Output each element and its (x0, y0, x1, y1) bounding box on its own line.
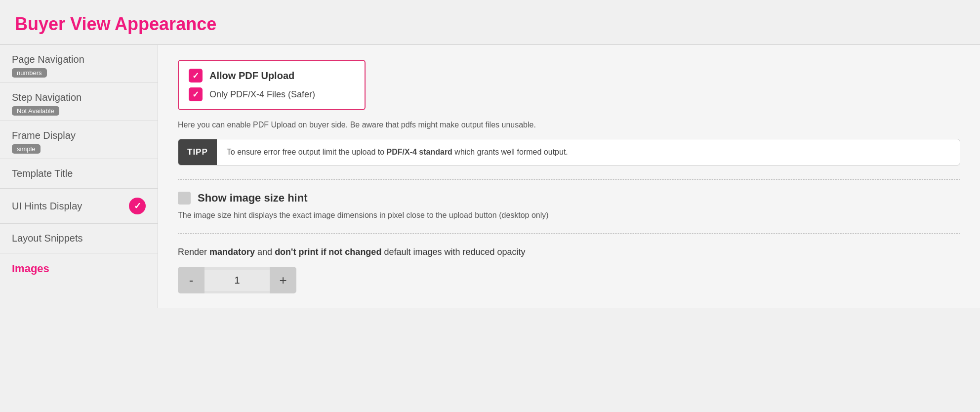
ui-hints-check-icon (129, 198, 146, 214)
stepper-plus-button[interactable]: + (270, 267, 296, 293)
sidebar-label-images: Images (12, 262, 146, 275)
image-size-hint-row: Show image size hint (178, 192, 960, 205)
page-title: Buyer View Appearance (15, 14, 965, 35)
sidebar-label-page-navigation: Page Navigation (12, 54, 146, 65)
sidebar-item-page-navigation[interactable]: Page Navigation numbers (0, 45, 158, 83)
sidebar-label-template-title: Template Title (12, 168, 146, 179)
tipp-text-after: which grants well formed output. (452, 148, 568, 156)
tipp-text-bold: PDF/X-4 standard (387, 148, 452, 156)
image-size-hint-label: Show image size hint (198, 192, 307, 205)
divider-1 (178, 179, 960, 180)
sidebar-badge-not-available: Not Available (12, 106, 59, 116)
render-mandatory-title: Render mandatory and don't print if not … (178, 246, 960, 259)
only-pdfx4-checkbox[interactable] (189, 87, 203, 101)
render-stepper: - 1 + (178, 267, 296, 293)
sidebar-item-ui-hints-display[interactable]: UI Hints Display (0, 189, 158, 224)
render-title-bold2: don't print if not changed (275, 247, 381, 257)
sidebar-badge-simple: simple (12, 144, 41, 154)
main-content: Allow PDF Upload Only PDF/X-4 Files (Saf… (158, 45, 980, 308)
sidebar-item-step-navigation[interactable]: Step Navigation Not Available (0, 83, 158, 121)
tipp-box: TIPP To ensure error free output limit t… (178, 139, 960, 165)
divider-2 (178, 233, 960, 234)
render-title-after: default images with reduced opacity (381, 247, 525, 257)
main-layout: Page Navigation numbers Step Navigation … (0, 45, 980, 308)
only-pdfx4-row: Only PDF/X-4 Files (Safer) (189, 87, 355, 101)
allow-pdf-upload-row: Allow PDF Upload (189, 69, 355, 82)
tipp-text-before: To ensure error free output limit the up… (227, 148, 387, 156)
sidebar-badge-numbers: numbers (12, 68, 47, 78)
tipp-text: To ensure error free output limit the up… (217, 139, 578, 165)
allow-pdf-upload-label: Allow PDF Upload (209, 70, 294, 82)
sidebar-item-template-title[interactable]: Template Title (0, 159, 158, 189)
sidebar-label-layout-snippets: Layout Snippets (12, 233, 146, 244)
sidebar-label-step-navigation: Step Navigation (12, 92, 146, 103)
stepper-value: 1 (204, 270, 270, 291)
sidebar-label-ui-hints-display: UI Hints Display (12, 201, 82, 212)
render-mandatory-section: Render mandatory and don't print if not … (178, 246, 960, 293)
sidebar-item-images[interactable]: Images (0, 253, 158, 284)
stepper-minus-button[interactable]: - (178, 267, 204, 293)
sidebar-label-frame-display: Frame Display (12, 130, 146, 141)
render-title-mid1: and (255, 247, 275, 257)
render-title-before: Render (178, 247, 209, 257)
pdf-upload-description: Here you can enable PDF Upload on buyer … (178, 119, 960, 131)
only-pdfx4-label: Only PDF/X-4 Files (Safer) (209, 89, 315, 100)
sidebar-item-frame-display[interactable]: Frame Display simple (0, 121, 158, 159)
pdf-upload-section: Allow PDF Upload Only PDF/X-4 Files (Saf… (178, 60, 366, 110)
image-size-hint-description: The image size hint displays the exact i… (178, 209, 960, 221)
tipp-label: TIPP (178, 139, 217, 165)
allow-pdf-upload-checkbox[interactable] (189, 69, 203, 82)
render-title-bold1: mandatory (209, 247, 255, 257)
sidebar-item-layout-snippets[interactable]: Layout Snippets (0, 224, 158, 253)
image-size-hint-checkbox[interactable] (178, 192, 191, 205)
page-header: Buyer View Appearance (0, 0, 980, 44)
sidebar: Page Navigation numbers Step Navigation … (0, 45, 158, 308)
